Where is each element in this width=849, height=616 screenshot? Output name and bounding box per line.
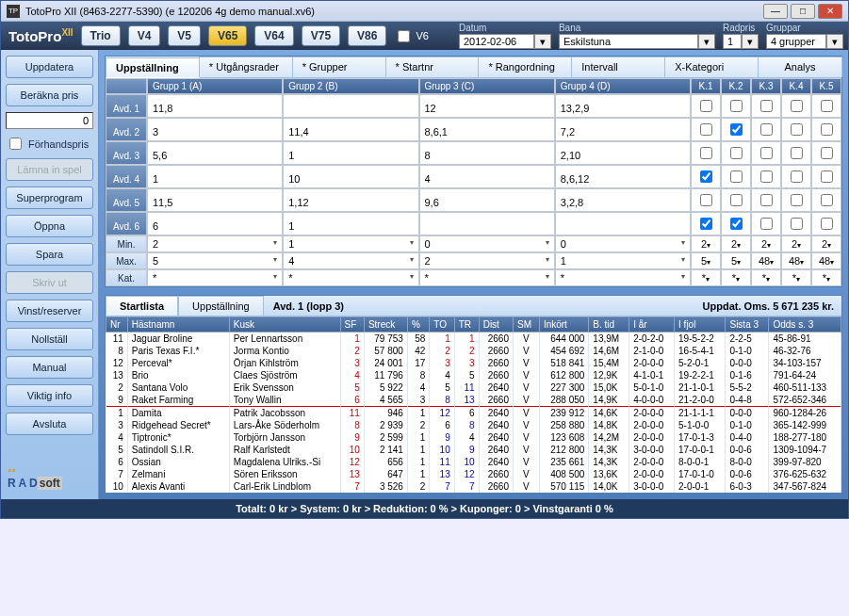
col-header[interactable]: Hästnamn [127,317,229,332]
avd-4-k5[interactable] [821,170,833,183]
important-info-button[interactable]: Viktig info [6,384,93,407]
col-header[interactable]: Kusk [229,317,340,332]
avd-4-input[interactable] [288,173,413,185]
avd-5-k1[interactable] [700,194,712,206]
maximize-button[interactable]: □ [791,4,815,19]
kat-cell[interactable]: *▾ [691,269,721,286]
mode-v86[interactable]: V86 [348,25,386,46]
avd-3-input[interactable] [561,150,685,161]
avd-1-k2[interactable] [730,100,743,112]
reset-button[interactable]: Nollställ [6,328,93,350]
avd-6-k5[interactable] [821,218,833,230]
close-button[interactable]: ✕ [818,4,842,19]
avd-2-input[interactable] [153,126,277,138]
max-cell[interactable]: 4▾ [283,252,418,269]
minimize-button[interactable]: — [763,4,788,19]
date-dropdown[interactable]: ▾ [534,34,551,49]
avd-4-k3[interactable] [760,170,773,183]
avd-2-input[interactable] [288,126,413,138]
avd-6-k2[interactable] [730,218,743,230]
avd-3-k3[interactable] [760,147,773,159]
kat-cell[interactable]: *▾ [555,269,691,286]
min-cell[interactable]: 2▾ [691,235,721,252]
avd-5-input[interactable] [425,197,549,208]
avd-6-input[interactable] [425,220,549,232]
preview-price-checkbox[interactable]: Förhandspris [6,135,93,153]
avd-3-k4[interactable] [791,147,803,159]
col-header[interactable]: % [407,317,429,332]
table-row[interactable]: 9Raket FarmingTony Wallin64 56538132660V… [106,394,841,407]
date-input[interactable] [459,34,534,49]
avd-6-input[interactable] [561,220,685,232]
avd-4-input[interactable] [425,173,549,185]
col-header[interactable]: TO [430,317,454,332]
col-header[interactable]: Dist [479,317,513,332]
max-cell[interactable]: 48▾ [811,252,841,269]
avd-6-k3[interactable] [760,218,773,230]
winnings-button[interactable]: Vinst/reserver [6,300,93,322]
v6-checkbox[interactable]: V6 [394,27,428,45]
manual-button[interactable]: Manual [6,356,93,379]
max-cell[interactable]: 5▾ [721,252,751,269]
calc-price-button[interactable]: Beräkna pris [6,84,93,106]
avd-2-k3[interactable] [760,123,773,136]
avd-5-k2[interactable] [730,194,743,206]
avd-3-k1[interactable] [700,147,712,159]
col-header[interactable]: Odds s. 3 [769,317,841,332]
table-row[interactable]: 12Perceval*Örjan Kihlström324 0011733266… [106,357,841,369]
table-row[interactable]: 2Santana VoloErik Svensson55 92245112640… [106,381,841,394]
setup-tab-2[interactable]: * Grupper [292,57,386,77]
track-input[interactable] [559,34,698,49]
col-header[interactable]: B. tid [589,317,629,332]
avd-6-input[interactable] [153,220,277,232]
avd-2-k4[interactable] [791,123,803,136]
min-cell[interactable]: 1▾ [283,235,418,252]
update-button[interactable]: Uppdatera [6,56,93,78]
table-row[interactable]: 7ZelmaniSören Eriksson13647113122660V408… [106,468,841,480]
avd-3-k2[interactable] [730,147,743,159]
radpris-input[interactable] [723,34,742,49]
avd-3-input[interactable] [425,150,549,161]
kat-cell[interactable]: *▾ [811,269,841,286]
setup-tab-1[interactable]: * Utgångsrader [199,57,293,77]
mode-v75[interactable]: V75 [302,25,340,46]
avd-4-k2[interactable] [730,170,743,183]
avd-2-input[interactable] [425,126,549,138]
mode-trio[interactable]: Trio [81,25,121,46]
table-row[interactable]: 10Alexis AvantiCarl-Erik Lindblom73 5262… [106,480,841,493]
max-cell[interactable]: 48▾ [781,252,811,269]
col-header[interactable]: Nr [106,317,128,332]
tab-startlista[interactable]: Startlista [106,296,178,316]
avd-4-input[interactable] [153,173,277,185]
setup-tab-5[interactable]: Intervall [571,57,665,77]
table-row[interactable]: 5Satindoll S.I.R.Ralf Karlstedt102 14111… [106,444,841,456]
avd-5-k3[interactable] [760,194,773,206]
table-row[interactable]: 8Paris Texas F.I.*Jorma Kontio257 800422… [106,345,841,357]
min-cell[interactable]: 2▾ [147,235,283,252]
col-header[interactable]: SF [340,317,364,332]
avd-2-input[interactable] [561,126,685,138]
min-cell[interactable]: 2▾ [811,235,841,252]
max-cell[interactable]: 1▾ [555,252,691,269]
kat-cell[interactable]: *▾ [147,269,283,286]
avd-5-k5[interactable] [821,194,833,206]
avd-1-input[interactable] [153,103,277,114]
setup-tab-6[interactable]: X-Kategori [664,57,759,77]
avd-3-input[interactable] [288,150,413,161]
mode-v4[interactable]: V4 [128,25,161,46]
setup-tab-0[interactable]: Uppställning [106,57,200,78]
submit-bet-button[interactable]: Lämna in spel [6,158,93,181]
mode-v5[interactable]: V5 [168,25,201,46]
table-row[interactable]: 6OssianMagdalena Ulriks.-Si1265611110264… [106,456,841,468]
avd-5-k4[interactable] [791,194,803,206]
setup-tab-7[interactable]: Analys [758,57,842,77]
setup-tab-3[interactable]: * Startnr [385,57,480,77]
mode-v64[interactable]: V64 [254,25,293,46]
avd-6-input[interactable] [288,220,413,232]
col-header[interactable]: TR [454,317,479,332]
max-cell[interactable]: 5▾ [147,252,283,269]
radpris-dropdown[interactable]: ▾ [742,34,759,49]
col-header[interactable]: I fjol [675,317,726,332]
avd-4-input[interactable] [561,173,685,185]
col-header[interactable]: SM [513,317,539,332]
